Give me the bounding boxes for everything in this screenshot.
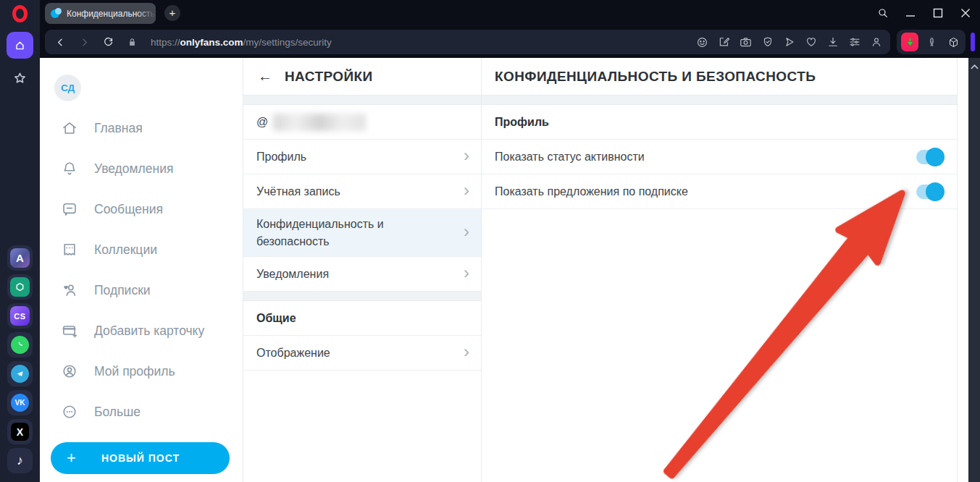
toggle-subscription-offers[interactable] [916, 185, 942, 199]
scroll-up-button[interactable] [969, 62, 979, 72]
privacy-header: КОНФИДЕНЦИАЛЬНОСТЬ И БЕЗОПАСНОСТЬ [482, 58, 957, 96]
app-whatsapp[interactable] [7, 332, 33, 358]
blurred-username [273, 114, 366, 131]
tab-title-fade [137, 3, 156, 24]
settings-row-display[interactable]: Отображение › [243, 336, 481, 371]
green-download-arrow-icon [904, 36, 916, 48]
emoji-button[interactable] [694, 34, 711, 51]
lock-icon [127, 37, 138, 48]
heart-icon [805, 35, 818, 48]
filters-button[interactable] [846, 34, 863, 51]
new-post-label: НОВЫЙ ПОСТ [76, 452, 205, 464]
favorites-button[interactable] [803, 34, 819, 51]
home-icon [61, 119, 78, 137]
settings-row-notifications[interactable]: Уведомления › [243, 257, 481, 292]
toggle-knob [926, 148, 945, 166]
forward-icon [78, 36, 91, 48]
url-text[interactable]: https://onlyfans.com/my/settings/securit… [151, 37, 332, 48]
new-tab-button[interactable]: + [164, 5, 180, 21]
avatar[interactable]: СД [54, 75, 81, 101]
sidebar-item-my-profile[interactable]: Мой профиль [40, 351, 243, 392]
ribbon-extension-button[interactable] [924, 34, 939, 51]
site-security-button[interactable] [122, 33, 141, 51]
sidebar-item-label: Главная [94, 121, 143, 136]
send-to-device-button[interactable] [781, 34, 797, 51]
maximize-icon [933, 8, 943, 18]
app-telegram[interactable] [7, 361, 33, 386]
section-label: Общие [256, 312, 296, 325]
toggle-activity-status[interactable] [916, 150, 942, 164]
opera-logo-icon[interactable] [12, 5, 28, 22]
profile-icon [61, 363, 78, 380]
sidebar-item-label: Мой профиль [94, 364, 175, 379]
browser-tab[interactable]: Конфиденциальность и б [45, 3, 156, 24]
app-chatgpt[interactable] [7, 274, 33, 300]
start-page-button[interactable] [7, 32, 33, 59]
minimize-icon [905, 8, 916, 18]
page-scrollbar[interactable] [968, 58, 980, 482]
forward-button[interactable] [75, 33, 93, 51]
url-path: /my/settings/security [243, 37, 332, 48]
close-button[interactable] [955, 2, 976, 23]
new-post-button[interactable]: + НОВЫЙ ПОСТ [51, 442, 230, 474]
url-scheme: https:// [151, 37, 180, 48]
download-icon [826, 35, 839, 48]
vk-icon: VK [11, 394, 29, 412]
bookmarks-button[interactable] [10, 69, 30, 88]
plus-icon: + [67, 449, 76, 468]
downloads-button[interactable] [824, 34, 841, 51]
chat-icon [61, 200, 78, 218]
row-label: Отображение [256, 347, 330, 360]
chevron-up-icon [971, 64, 979, 69]
shield-check-icon [761, 35, 774, 48]
star-icon [12, 70, 28, 87]
privacy-panel: КОНФИДЕНЦИАЛЬНОСТЬ И БЕЗОПАСНОСТЬ Профил… [482, 58, 958, 482]
extensions-group [897, 30, 966, 54]
app-x[interactable]: X [7, 419, 33, 444]
camera-button[interactable] [737, 34, 754, 51]
settings-row-profile[interactable]: Профиль › [243, 140, 481, 174]
sidebar-item-more[interactable]: Больше [40, 392, 243, 432]
back-arrow-button[interactable]: ← [258, 68, 272, 85]
app-vk[interactable]: VK [7, 390, 33, 415]
reload-button[interactable] [99, 33, 117, 51]
sidebar-item-home[interactable]: Главная [40, 108, 243, 148]
search-button[interactable] [872, 2, 893, 23]
extensions-cube-button[interactable] [946, 34, 961, 51]
cube-icon [947, 36, 960, 48]
snapshot-edit-button[interactable] [716, 34, 732, 51]
sidebar-item-messages[interactable]: Сообщения [40, 189, 243, 229]
chatgpt-icon [10, 277, 30, 297]
settings-row-username[interactable]: @ [243, 105, 481, 140]
setting-label: Показать статус активности [495, 151, 645, 164]
sidebar-panel-toggle[interactable] [971, 33, 975, 51]
app-cs[interactable]: CS [7, 303, 33, 329]
downloader-extension-button[interactable] [901, 33, 918, 51]
window-controls [872, 2, 976, 23]
sidebar-item-add-card[interactable]: Добавить карточку [40, 310, 243, 351]
sidebar-item-label: Добавить карточку [94, 324, 204, 339]
chevron-right-icon: › [464, 147, 469, 164]
back-button[interactable] [51, 33, 70, 51]
maximize-button[interactable] [927, 2, 948, 23]
pinned-apps: A CS VK X ♪ [7, 245, 33, 473]
row-label: Уведомления [256, 268, 329, 281]
settings-row-account[interactable]: Учётная запись › [243, 174, 481, 209]
subscriptions-icon [61, 282, 78, 299]
privacy-title: КОНФИДЕНЦИАЛЬНОСТЬ И БЕЗОПАСНОСТЬ [495, 69, 816, 85]
person-icon [870, 35, 883, 48]
chevron-right-icon: › [464, 264, 469, 282]
app-aria[interactable]: A [7, 245, 33, 271]
minimize-button[interactable] [900, 2, 921, 23]
settings-row-privacy-security[interactable]: Конфиденциальность и безопасность › [243, 209, 481, 257]
telegram-icon [11, 365, 29, 383]
add-card-icon [61, 322, 78, 339]
privacy-shield-button[interactable] [759, 34, 776, 51]
sidebar-item-label: Больше [94, 405, 141, 420]
profile-button[interactable] [868, 34, 884, 51]
address-bar[interactable]: https://onlyfans.com/my/settings/securit… [45, 30, 890, 54]
sidebar-item-notifications[interactable]: Уведомления [40, 148, 243, 189]
sidebar-item-collections[interactable]: Коллекции [40, 229, 243, 270]
sidebar-item-subscriptions[interactable]: Подписки [40, 270, 243, 310]
app-music[interactable]: ♪ [7, 448, 33, 473]
